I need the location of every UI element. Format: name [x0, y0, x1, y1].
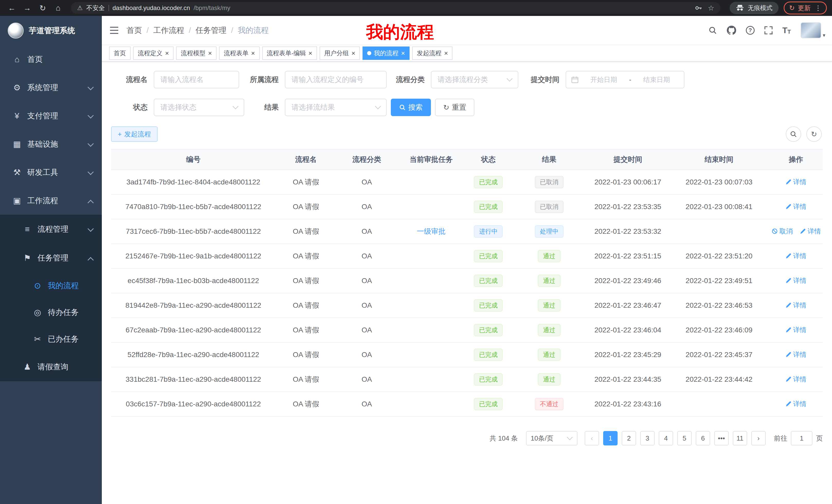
github-icon[interactable] — [727, 26, 736, 35]
breadcrumb-link[interactable]: 首页 — [127, 25, 142, 36]
page-number-button[interactable]: 2 — [622, 431, 636, 445]
search-button[interactable]: 搜索 — [391, 99, 431, 116]
reload-icon[interactable]: ↻ — [36, 1, 49, 15]
close-icon[interactable]: × — [208, 50, 212, 57]
detail-button[interactable]: 详情 — [785, 301, 807, 310]
close-icon[interactable]: × — [444, 50, 448, 57]
incognito-label: 无痕模式 — [748, 4, 772, 12]
detail-button[interactable]: 详情 — [785, 326, 807, 334]
page-number-button[interactable]: 5 — [677, 431, 692, 445]
close-icon[interactable]: × — [251, 50, 255, 57]
goto-page-input[interactable] — [791, 431, 812, 445]
view-tab[interactable]: 我的流程 × — [363, 47, 410, 60]
view-tab[interactable]: 流程定义 × — [133, 47, 174, 60]
close-icon[interactable]: × — [401, 50, 405, 57]
breadcrumb-link[interactable]: 我的流程 — [238, 25, 269, 36]
detail-button[interactable]: 详情 — [785, 251, 807, 260]
category-select[interactable]: 请选择流程分类 — [431, 71, 518, 88]
next-page-button[interactable]: › — [751, 431, 766, 445]
process-id: 7317cec6-7b9b-11ec-b5b7-acde48001122 — [111, 219, 276, 244]
sidebar-item[interactable]: 研发工具 — [0, 158, 102, 187]
result-badge: 通过 — [538, 275, 561, 287]
detail-button[interactable]: 详情 — [785, 350, 807, 359]
table-row: 819442e8-7b9a-11ec-a290-acde48001122 OA … — [111, 293, 823, 318]
current-task-link[interactable]: 一级审批 — [417, 227, 446, 235]
detail-button[interactable]: 详情 — [785, 375, 807, 384]
sidebar-item[interactable]: 系统管理 — [0, 74, 102, 102]
row-actions: 详情 — [769, 244, 823, 269]
end-time: 2022-01-22 23:51:20 — [669, 244, 769, 269]
view-tab[interactable]: 发起流程 × — [412, 47, 452, 60]
plus-icon: + — [118, 130, 122, 138]
font-size-icon[interactable]: TT — [782, 26, 791, 35]
table-refresh-button[interactable]: ↻ — [806, 127, 822, 142]
submit-time-range-picker[interactable]: 开始日期 - 结束日期 — [566, 71, 684, 88]
detail-button[interactable]: 详情 — [785, 399, 807, 409]
page-number-button[interactable]: ••• — [714, 431, 729, 445]
sidebar-item-process-management[interactable]: 流程管理 — [0, 215, 102, 244]
fullscreen-icon[interactable] — [764, 26, 773, 34]
view-tab[interactable]: 用户分组 × — [319, 47, 360, 60]
close-icon[interactable]: × — [165, 50, 169, 57]
close-icon[interactable]: × — [309, 50, 312, 57]
goto-label: 前往 — [774, 434, 787, 443]
user-menu[interactable]: ▾ — [801, 22, 825, 38]
sidebar-item[interactable]: 工作流程 — [0, 187, 102, 215]
status-select[interactable]: 请选择状态 — [154, 99, 244, 116]
forward-icon[interactable]: → — [21, 1, 34, 15]
help-icon[interactable]: ? — [746, 26, 755, 35]
breadcrumb-link[interactable]: 工作流程 — [153, 25, 184, 36]
page-size-select[interactable]: 10条/页 — [526, 431, 577, 445]
security-label[interactable]: 不安全 — [86, 4, 105, 12]
sidebar-item[interactable]: 首页 — [0, 45, 102, 74]
key-icon[interactable] — [695, 4, 703, 12]
browser-home-icon[interactable]: ⌂ — [51, 1, 65, 15]
view-tab[interactable]: 流程表单 × — [219, 47, 259, 60]
sidebar-item-leave-query[interactable]: 请假查询 — [0, 353, 102, 381]
page-number-button[interactable]: 3 — [640, 431, 655, 445]
back-icon[interactable]: ← — [5, 1, 19, 15]
table-row: 52ffd28e-7b9a-11ec-a290-acde48001122 OA … — [111, 342, 823, 367]
start-process-button[interactable]: + 发起流程 — [111, 127, 158, 142]
prev-page-button[interactable]: ‹ — [585, 431, 599, 445]
process-name-input[interactable] — [154, 71, 239, 88]
view-tab[interactable]: 首页 — [109, 47, 131, 60]
table-search-button[interactable] — [786, 127, 801, 142]
view-tab[interactable]: 流程表单-编辑 × — [262, 47, 317, 60]
process-id: 331bc281-7b9a-11ec-a290-acde48001122 — [111, 367, 276, 392]
sidebar: 芋道管理系统 首页 系统管理 支付管理 — [0, 16, 102, 504]
bookmark-star-icon[interactable]: ☆ — [708, 4, 714, 12]
menu-label: 基础设施 — [27, 139, 58, 149]
sidebar-item[interactable]: 基础设施 — [0, 130, 102, 158]
close-icon[interactable]: × — [352, 50, 355, 57]
process-category: OA — [336, 269, 397, 293]
sidebar-item-my-process[interactable]: 我的流程 — [0, 272, 102, 299]
result-select[interactable]: 请选择流结果 — [285, 99, 387, 116]
address-bar[interactable]: ⚠ 不安全 dashboard.yudao.iocoder.cn /bpm/ta… — [71, 2, 721, 14]
page-number-button[interactable]: 11 — [733, 431, 747, 445]
reset-button[interactable]: ↻ 重置 — [435, 99, 474, 116]
page-number-button[interactable]: 4 — [659, 431, 673, 445]
app-logo[interactable]: 芋道管理系统 — [0, 16, 102, 45]
sidebar-item-done-tasks[interactable]: 已办任务 — [0, 326, 102, 353]
sidebar-item[interactable]: 支付管理 — [0, 102, 102, 130]
detail-button[interactable]: 详情 — [785, 177, 807, 187]
hamburger-icon[interactable] — [102, 26, 127, 34]
detail-button[interactable]: 详情 — [785, 202, 807, 211]
range-separator: - — [629, 76, 631, 84]
page-number-button[interactable]: 6 — [696, 431, 710, 445]
sidebar-item-todo-tasks[interactable]: 待办任务 — [0, 299, 102, 326]
cancel-button[interactable]: 取消 — [772, 227, 793, 236]
update-button[interactable]: ↻ 更新 ⋮ — [784, 2, 827, 15]
detail-button[interactable]: 详情 — [785, 276, 807, 285]
avatar — [801, 22, 821, 38]
parent-process-input[interactable] — [285, 71, 387, 88]
sidebar-item-task-management[interactable]: 任务管理 — [0, 244, 102, 272]
detail-button[interactable]: 详情 — [800, 227, 821, 236]
view-tab[interactable]: 流程模型 × — [176, 47, 216, 60]
submit-time: 2022-01-22 23:53:32 — [587, 219, 669, 244]
page-number-button[interactable]: 1 — [603, 431, 618, 445]
search-icon[interactable] — [708, 26, 717, 35]
menu-kebab-icon[interactable]: ⋮ — [815, 4, 822, 12]
breadcrumb-link[interactable]: 任务管理 — [196, 25, 227, 36]
